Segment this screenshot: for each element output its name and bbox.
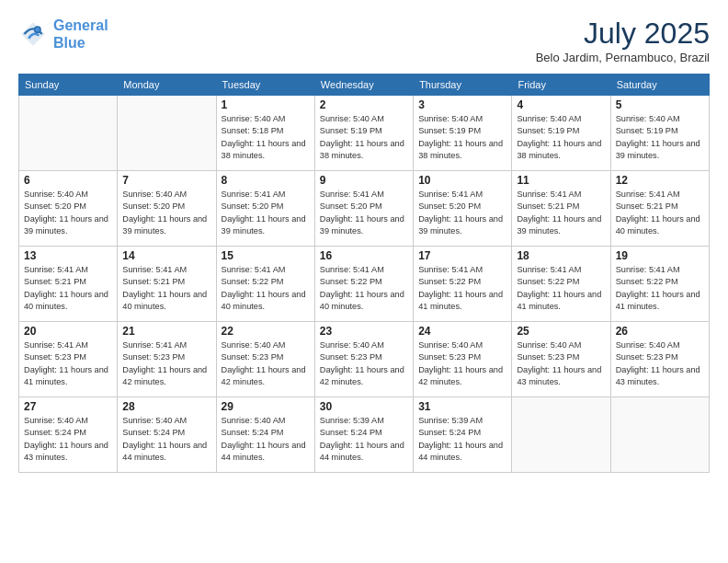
day-info: Sunrise: 5:41 AMSunset: 5:23 PMDaylight:… — [24, 339, 112, 388]
day-info: Sunrise: 5:40 AMSunset: 5:23 PMDaylight:… — [320, 339, 408, 388]
day-number: 24 — [418, 325, 506, 338]
day-number: 29 — [222, 400, 310, 413]
calendar-day-cell: 5Sunrise: 5:40 AMSunset: 5:19 PMDaylight… — [610, 96, 709, 171]
day-info: Sunrise: 5:41 AMSunset: 5:23 PMDaylight:… — [122, 339, 210, 388]
day-info: Sunrise: 5:40 AMSunset: 5:24 PMDaylight:… — [122, 415, 210, 464]
calendar-header-row: SundayMondayTuesdayWednesdayThursdayFrid… — [19, 75, 710, 96]
day-number: 17 — [418, 249, 506, 262]
day-of-week-header: Wednesday — [314, 75, 413, 96]
day-number: 15 — [222, 249, 310, 262]
day-number: 26 — [616, 325, 704, 338]
day-number: 10 — [418, 174, 506, 187]
calendar-day-cell: 4Sunrise: 5:40 AMSunset: 5:19 PMDaylight… — [512, 96, 610, 171]
calendar-day-cell: 25Sunrise: 5:40 AMSunset: 5:23 PMDayligh… — [512, 322, 610, 397]
calendar-day-cell: 18Sunrise: 5:41 AMSunset: 5:22 PMDayligh… — [512, 247, 610, 322]
day-number: 8 — [222, 174, 310, 187]
calendar-week-row: 27Sunrise: 5:40 AMSunset: 5:24 PMDayligh… — [19, 397, 710, 473]
calendar-day-cell: 31Sunrise: 5:39 AMSunset: 5:24 PMDayligh… — [414, 397, 512, 473]
day-number: 7 — [122, 174, 210, 187]
calendar-day-cell: 7Sunrise: 5:40 AMSunset: 5:20 PMDaylight… — [118, 171, 216, 247]
calendar-week-row: 20Sunrise: 5:41 AMSunset: 5:23 PMDayligh… — [19, 322, 710, 397]
calendar-day-cell — [118, 96, 216, 171]
day-info: Sunrise: 5:40 AMSunset: 5:23 PMDaylight:… — [418, 339, 506, 388]
day-info: Sunrise: 5:40 AMSunset: 5:19 PMDaylight:… — [320, 113, 408, 162]
calendar: SundayMondayTuesdayWednesdayThursdayFrid… — [18, 74, 710, 473]
logo-icon — [18, 19, 48, 49]
day-number: 14 — [122, 249, 210, 262]
calendar-day-cell — [610, 397, 709, 473]
calendar-day-cell: 12Sunrise: 5:41 AMSunset: 5:21 PMDayligh… — [610, 171, 709, 247]
calendar-week-row: 13Sunrise: 5:41 AMSunset: 5:21 PMDayligh… — [19, 247, 710, 322]
day-number: 12 — [616, 174, 704, 187]
day-number: 13 — [24, 249, 112, 262]
day-number: 30 — [320, 400, 408, 413]
day-number: 19 — [616, 249, 704, 262]
day-number: 3 — [418, 98, 506, 111]
day-number: 18 — [517, 249, 605, 262]
calendar-day-cell: 14Sunrise: 5:41 AMSunset: 5:21 PMDayligh… — [118, 247, 216, 322]
calendar-day-cell: 8Sunrise: 5:41 AMSunset: 5:20 PMDaylight… — [216, 171, 314, 247]
day-number: 16 — [320, 249, 408, 262]
day-info: Sunrise: 5:41 AMSunset: 5:20 PMDaylight:… — [222, 189, 310, 237]
month-title: July 2025 — [536, 17, 710, 51]
calendar-day-cell: 24Sunrise: 5:40 AMSunset: 5:23 PMDayligh… — [414, 322, 512, 397]
calendar-day-cell: 11Sunrise: 5:41 AMSunset: 5:21 PMDayligh… — [512, 171, 610, 247]
day-info: Sunrise: 5:40 AMSunset: 5:20 PMDaylight:… — [122, 189, 210, 237]
calendar-day-cell: 10Sunrise: 5:41 AMSunset: 5:20 PMDayligh… — [414, 171, 512, 247]
calendar-day-cell: 2Sunrise: 5:40 AMSunset: 5:19 PMDaylight… — [314, 96, 413, 171]
day-info: Sunrise: 5:41 AMSunset: 5:21 PMDaylight:… — [517, 189, 605, 237]
calendar-day-cell: 3Sunrise: 5:40 AMSunset: 5:19 PMDaylight… — [414, 96, 512, 171]
day-of-week-header: Thursday — [414, 75, 512, 96]
day-info: Sunrise: 5:41 AMSunset: 5:21 PMDaylight:… — [616, 189, 704, 237]
calendar-day-cell: 27Sunrise: 5:40 AMSunset: 5:24 PMDayligh… — [19, 397, 118, 473]
day-info: Sunrise: 5:40 AMSunset: 5:19 PMDaylight:… — [418, 113, 506, 162]
day-info: Sunrise: 5:39 AMSunset: 5:24 PMDaylight:… — [418, 415, 506, 464]
calendar-day-cell — [512, 397, 610, 473]
day-info: Sunrise: 5:40 AMSunset: 5:24 PMDaylight:… — [222, 415, 310, 464]
day-info: Sunrise: 5:41 AMSunset: 5:21 PMDaylight:… — [122, 264, 210, 313]
day-number: 1 — [222, 98, 310, 111]
calendar-day-cell: 9Sunrise: 5:41 AMSunset: 5:20 PMDaylight… — [314, 171, 413, 247]
day-number: 2 — [320, 98, 408, 111]
day-number: 9 — [320, 174, 408, 187]
logo-line2: Blue — [53, 35, 85, 51]
calendar-day-cell: 1Sunrise: 5:40 AMSunset: 5:18 PMDaylight… — [216, 96, 314, 171]
logo-line1: General — [53, 17, 108, 33]
day-number: 4 — [517, 98, 605, 111]
day-of-week-header: Sunday — [19, 75, 118, 96]
day-number: 27 — [24, 400, 112, 413]
day-of-week-header: Monday — [118, 75, 216, 96]
day-info: Sunrise: 5:41 AMSunset: 5:22 PMDaylight:… — [517, 264, 605, 313]
day-number: 23 — [320, 325, 408, 338]
location: Belo Jardim, Pernambuco, Brazil — [536, 51, 710, 64]
day-number: 20 — [24, 325, 112, 338]
day-info: Sunrise: 5:40 AMSunset: 5:19 PMDaylight:… — [616, 113, 704, 162]
day-info: Sunrise: 5:41 AMSunset: 5:22 PMDaylight:… — [222, 264, 310, 313]
day-info: Sunrise: 5:40 AMSunset: 5:23 PMDaylight:… — [616, 339, 704, 388]
calendar-day-cell: 22Sunrise: 5:40 AMSunset: 5:23 PMDayligh… — [216, 322, 314, 397]
day-number: 21 — [122, 325, 210, 338]
day-info: Sunrise: 5:41 AMSunset: 5:22 PMDaylight:… — [418, 264, 506, 313]
day-info: Sunrise: 5:40 AMSunset: 5:20 PMDaylight:… — [24, 189, 112, 237]
svg-point-2 — [35, 28, 40, 32]
day-number: 25 — [517, 325, 605, 338]
calendar-week-row: 6Sunrise: 5:40 AMSunset: 5:20 PMDaylight… — [19, 171, 710, 247]
day-info: Sunrise: 5:40 AMSunset: 5:24 PMDaylight:… — [24, 415, 112, 464]
calendar-day-cell: 13Sunrise: 5:41 AMSunset: 5:21 PMDayligh… — [19, 247, 118, 322]
title-block: July 2025 Belo Jardim, Pernambuco, Brazi… — [536, 17, 710, 64]
day-number: 6 — [24, 174, 112, 187]
day-info: Sunrise: 5:40 AMSunset: 5:23 PMDaylight:… — [222, 339, 310, 388]
calendar-day-cell: 28Sunrise: 5:40 AMSunset: 5:24 PMDayligh… — [118, 397, 216, 473]
calendar-day-cell: 26Sunrise: 5:40 AMSunset: 5:23 PMDayligh… — [610, 322, 709, 397]
calendar-day-cell: 29Sunrise: 5:40 AMSunset: 5:24 PMDayligh… — [216, 397, 314, 473]
logo: General Blue — [18, 17, 108, 52]
day-info: Sunrise: 5:41 AMSunset: 5:22 PMDaylight:… — [616, 264, 704, 313]
day-of-week-header: Friday — [512, 75, 610, 96]
day-info: Sunrise: 5:40 AMSunset: 5:19 PMDaylight:… — [517, 113, 605, 162]
day-of-week-header: Tuesday — [216, 75, 314, 96]
day-info: Sunrise: 5:41 AMSunset: 5:20 PMDaylight:… — [320, 189, 408, 237]
calendar-day-cell: 19Sunrise: 5:41 AMSunset: 5:22 PMDayligh… — [610, 247, 709, 322]
day-number: 31 — [418, 400, 506, 413]
day-info: Sunrise: 5:40 AMSunset: 5:23 PMDaylight:… — [517, 339, 605, 388]
calendar-day-cell: 17Sunrise: 5:41 AMSunset: 5:22 PMDayligh… — [414, 247, 512, 322]
